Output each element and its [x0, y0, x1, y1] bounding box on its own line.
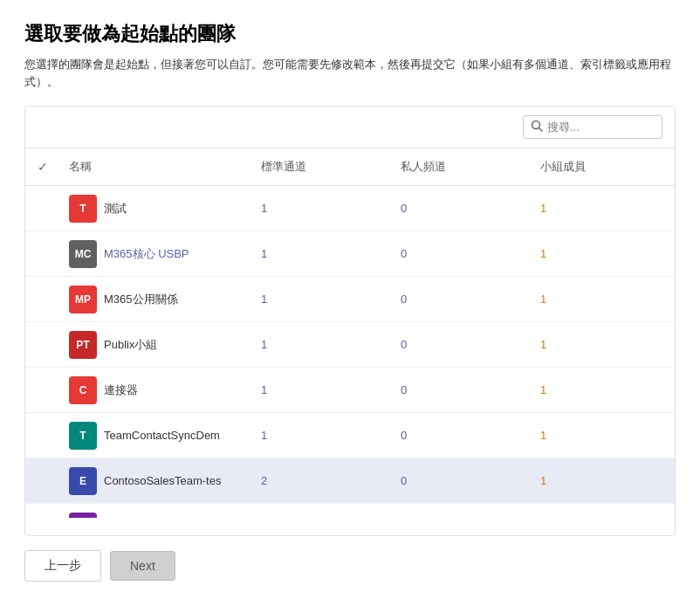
row-name-cell-4: C 連接器 [60, 369, 252, 411]
row-members-2: 1 [532, 286, 671, 313]
row-members-4: 1 [532, 376, 671, 403]
row-check-6 [25, 474, 60, 488]
row-check-5 [25, 429, 60, 443]
check-icon: ✓ [38, 160, 48, 174]
search-bar [25, 107, 675, 148]
row-private-channels-4: 0 [392, 376, 532, 403]
header-check: ✓ [25, 155, 60, 178]
row-members-1: 1 [532, 240, 671, 267]
next-button[interactable]: Next [110, 551, 175, 581]
search-input[interactable] [547, 120, 655, 134]
page-title: 選取要做為起始點的團隊 [24, 21, 676, 47]
header-name: 名稱 [60, 155, 252, 178]
row-check-4 [25, 383, 60, 397]
row-private-channels-5: 0 [392, 422, 532, 449]
row-standard-channels-2: 1 [252, 286, 392, 313]
table-row[interactable]: O 組織 5 0 175 [25, 504, 675, 518]
row-private-channels-3: 0 [392, 331, 532, 358]
row-avatar-1: MC [69, 240, 97, 268]
row-members-7: 175 [532, 513, 671, 518]
row-standard-channels-3: 1 [252, 331, 392, 358]
row-members-0: 1 [532, 195, 671, 222]
row-name-cell-1: MC M365核心 USBP [60, 233, 252, 275]
row-name-text-4: 連接器 [104, 382, 138, 398]
row-members-3: 1 [532, 331, 671, 358]
row-members-5: 1 [532, 422, 671, 449]
row-standard-channels-4: 1 [252, 376, 392, 403]
table-container: ✓ 名稱 標準通道 私人頻道 小組成員 T 測試 1 0 1 MC M365核心… [24, 106, 676, 536]
row-name-text-3: Publix小組 [104, 337, 157, 353]
row-avatar-6: E [69, 467, 97, 495]
table-header: ✓ 名稱 標準通道 私人頻道 小組成員 [25, 148, 675, 186]
row-name-cell-7: O 組織 [60, 506, 252, 519]
row-avatar-3: PT [69, 331, 97, 359]
row-private-channels-0: 0 [392, 195, 532, 222]
row-private-channels-6: 0 [392, 467, 532, 494]
row-check-3 [25, 338, 60, 352]
search-icon [531, 120, 543, 134]
header-private-channels: 私人頻道 [392, 155, 532, 178]
header-members: 小組成員 [532, 155, 671, 178]
row-name-cell-2: MP M365公用關係 [60, 279, 252, 320]
row-private-channels-7: 0 [392, 513, 532, 518]
row-standard-channels-5: 1 [252, 422, 392, 449]
row-name-cell-6: E ContosoSalesTeam-tes [60, 460, 252, 502]
table-row[interactable]: MP M365公用關係 1 0 1 [25, 277, 675, 322]
row-name-text-6: ContosoSalesTeam-tes [104, 474, 221, 487]
row-check-0 [25, 202, 60, 216]
row-avatar-5: T [69, 422, 97, 450]
row-name-text-0: 測試 [104, 201, 127, 217]
footer: 上一步 Next [24, 536, 676, 582]
row-standard-channels-7: 5 [252, 513, 392, 518]
svg-line-1 [539, 128, 543, 132]
row-standard-channels-0: 1 [252, 195, 392, 222]
page-container: 選取要做為起始點的團隊 您選擇的團隊會是起始點，但接著您可以自訂。您可能需要先修… [0, 0, 700, 599]
table-row[interactable]: PT Publix小組 1 0 1 [25, 322, 675, 368]
row-avatar-0: T [69, 195, 97, 223]
row-private-channels-1: 0 [392, 240, 532, 267]
search-input-wrapper[interactable] [523, 115, 662, 139]
row-name-text-1: M365核心 USBP [104, 246, 189, 262]
table-row[interactable]: MC M365核心 USBP 1 0 1 [25, 231, 675, 277]
row-name-cell-5: T TeamContactSyncDem [60, 415, 252, 457]
row-avatar-4: C [69, 376, 97, 404]
row-members-6: 1 [532, 467, 671, 494]
row-check-2 [25, 293, 60, 306]
row-avatar-2: MP [69, 286, 97, 313]
row-standard-channels-6: 2 [252, 467, 392, 494]
table-row[interactable]: T TeamContactSyncDem 1 0 1 [25, 413, 675, 458]
back-button[interactable]: 上一步 [24, 550, 101, 582]
row-name-text-2: M365公用關係 [104, 292, 178, 307]
header-standard-channels: 標準通道 [252, 155, 392, 178]
row-name-cell-3: PT Publix小組 [60, 324, 252, 366]
row-standard-channels-1: 1 [252, 240, 392, 267]
table-row[interactable]: T 測試 1 0 1 [25, 186, 675, 231]
row-avatar-7: O [69, 513, 97, 519]
row-check-1 [25, 247, 60, 261]
page-description: 您選擇的團隊會是起始點，但接著您可以自訂。您可能需要先修改範本，然後再提交它（如… [24, 56, 676, 90]
table-row[interactable]: E ContosoSalesTeam-tes 2 0 1 [25, 458, 675, 504]
table-row[interactable]: C 連接器 1 0 1 [25, 368, 675, 413]
row-name-cell-0: T 測試 [60, 188, 252, 230]
row-name-text-5: TeamContactSyncDem [104, 429, 220, 442]
row-private-channels-2: 0 [392, 286, 532, 313]
table-body: T 測試 1 0 1 MC M365核心 USBP 1 0 1 MP M365公… [25, 186, 675, 518]
